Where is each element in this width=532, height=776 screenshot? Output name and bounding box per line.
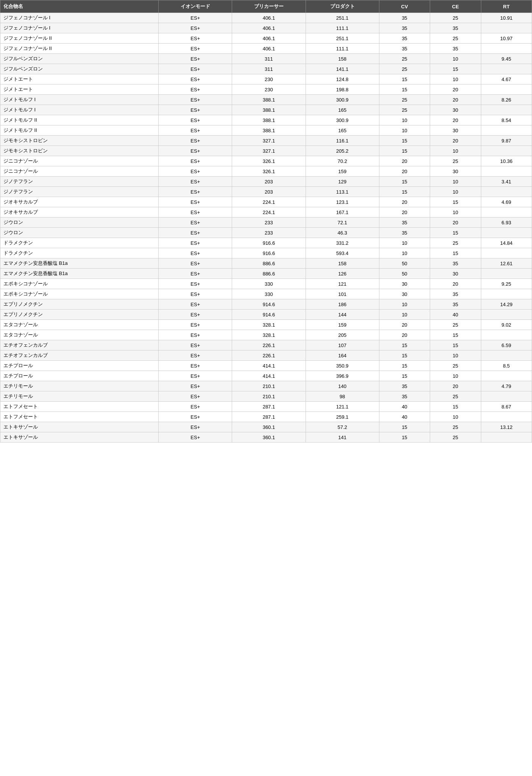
table-row: ジオキサカルブES+224.1123.120154.69	[0, 197, 532, 207]
cell-r32-c5: 15	[430, 340, 481, 350]
cell-r40-c3: 57.2	[306, 422, 379, 432]
cell-r25-c1: ES+	[159, 269, 232, 279]
cell-r36-c3: 140	[306, 381, 379, 391]
cell-r22-c0: ドラメクチン	[0, 238, 159, 248]
cell-r23-c0: ドラメクチン	[0, 248, 159, 258]
cell-r4-c3: 158	[306, 54, 379, 64]
table-row: ジモキシストロビンES+327.1116.115209.87	[0, 136, 532, 146]
cell-r19-c3: 167.1	[306, 207, 379, 217]
cell-r31-c1: ES+	[159, 330, 232, 340]
cell-r0-c5: 25	[430, 13, 481, 23]
cell-r34-c5: 25	[430, 361, 481, 371]
cell-r35-c5: 10	[430, 371, 481, 381]
cell-r22-c1: ES+	[159, 238, 232, 248]
cell-r38-c0: エトフメセート	[0, 402, 159, 412]
cell-r35-c4: 15	[379, 371, 430, 381]
cell-r7-c5: 20	[430, 84, 481, 95]
cell-r24-c6: 12.61	[481, 258, 532, 269]
cell-r26-c5: 20	[430, 279, 481, 289]
cell-r38-c1: ES+	[159, 402, 232, 412]
cell-r23-c5: 15	[430, 248, 481, 258]
cell-r4-c5: 10	[430, 54, 481, 64]
cell-r30-c4: 20	[379, 320, 430, 330]
table-row: ジフェノコナゾール IIES+406.1111.13535	[0, 44, 532, 54]
cell-r38-c2: 287.1	[232, 402, 306, 412]
cell-r39-c0: エトフメセート	[0, 412, 159, 422]
table-row: ジノテフランES+20312915103.41	[0, 177, 532, 187]
cell-r21-c1: ES+	[159, 228, 232, 238]
cell-r1-c4: 35	[379, 23, 430, 33]
cell-r18-c2: 224.1	[232, 197, 306, 207]
cell-r39-c3: 259.1	[306, 412, 379, 422]
cell-r40-c0: エトキサゾール	[0, 422, 159, 432]
cell-r14-c6: 10.36	[481, 156, 532, 166]
table-row: エマメクチン安息香酸塩 B1aES+886.61265030	[0, 269, 532, 279]
cell-r19-c1: ES+	[159, 207, 232, 217]
table-row: エトフメセートES+287.1259.14010	[0, 412, 532, 422]
cell-r10-c3: 300.9	[306, 115, 379, 125]
cell-r22-c2: 916.6	[232, 238, 306, 248]
cell-r22-c6: 14.84	[481, 238, 532, 248]
cell-r33-c5: 10	[430, 350, 481, 361]
cell-r30-c6: 9.02	[481, 320, 532, 330]
cell-r17-c4: 15	[379, 187, 430, 197]
table-row: エマメクチン安息香酸塩 B1aES+886.6158503512.61	[0, 258, 532, 269]
cell-r16-c6: 3.41	[481, 177, 532, 187]
cell-r36-c4: 35	[379, 381, 430, 391]
cell-r6-c3: 124.8	[306, 74, 379, 84]
cell-r5-c3: 141.1	[306, 64, 379, 74]
table-row: ジフェノコナゾール IIES+406.1251.1352510.97	[0, 33, 532, 44]
cell-r33-c4: 15	[379, 350, 430, 361]
cell-r15-c2: 326.1	[232, 166, 306, 177]
cell-r35-c1: ES+	[159, 371, 232, 381]
cell-r34-c2: 414.1	[232, 361, 306, 371]
cell-r38-c3: 121.1	[306, 402, 379, 412]
cell-r32-c0: エチオフェンカルブ	[0, 340, 159, 350]
cell-r26-c1: ES+	[159, 279, 232, 289]
cell-r37-c2: 210.1	[232, 391, 306, 402]
cell-r14-c0: ジニコナゾール	[0, 156, 159, 166]
table-row: ジメトエートES+230124.815104.67	[0, 74, 532, 84]
cell-r10-c6: 8.54	[481, 115, 532, 125]
cell-r25-c6	[481, 269, 532, 279]
cell-r37-c5: 25	[430, 391, 481, 402]
cell-r2-c6: 10.97	[481, 33, 532, 44]
cell-r26-c3: 121	[306, 279, 379, 289]
table-row: ジノテフランES+203113.11510	[0, 187, 532, 197]
cell-r35-c0: エチプロール	[0, 371, 159, 381]
cell-r8-c3: 300.9	[306, 95, 379, 105]
cell-r25-c0: エマメクチン安息香酸塩 B1a	[0, 269, 159, 279]
cell-r23-c2: 916.6	[232, 248, 306, 258]
cell-r14-c4: 20	[379, 156, 430, 166]
cell-r6-c6: 4.67	[481, 74, 532, 84]
cell-r32-c3: 107	[306, 340, 379, 350]
table-row: エポキシコナゾールES+3301013035	[0, 289, 532, 299]
column-header-5: CE	[430, 0, 481, 13]
cell-r4-c6: 9.45	[481, 54, 532, 64]
cell-r23-c6	[481, 248, 532, 258]
cell-r35-c3: 396.9	[306, 371, 379, 381]
cell-r24-c1: ES+	[159, 258, 232, 269]
cell-r11-c3: 165	[306, 125, 379, 136]
cell-r18-c5: 15	[430, 197, 481, 207]
cell-r20-c0: ジウロン	[0, 217, 159, 228]
cell-r33-c3: 164	[306, 350, 379, 361]
cell-r31-c2: 328.1	[232, 330, 306, 340]
cell-r16-c3: 129	[306, 177, 379, 187]
table-row: エチオフェンカルブES+226.11641510	[0, 350, 532, 361]
table-row: ジメトモルフ IIES+388.1300.910208.54	[0, 115, 532, 125]
cell-r11-c1: ES+	[159, 125, 232, 136]
cell-r8-c0: ジメトモルフ I	[0, 95, 159, 105]
cell-r29-c5: 40	[430, 310, 481, 320]
cell-r2-c5: 25	[430, 33, 481, 44]
cell-r30-c3: 159	[306, 320, 379, 330]
cell-r41-c1: ES+	[159, 432, 232, 443]
cell-r2-c3: 251.1	[306, 33, 379, 44]
cell-r20-c4: 35	[379, 217, 430, 228]
cell-r40-c6: 13.12	[481, 422, 532, 432]
cell-r9-c3: 165	[306, 105, 379, 115]
cell-r3-c4: 35	[379, 44, 430, 54]
cell-r33-c6	[481, 350, 532, 361]
cell-r3-c2: 406.1	[232, 44, 306, 54]
table-row: ジフルベンズロンES+311141.12515	[0, 64, 532, 74]
